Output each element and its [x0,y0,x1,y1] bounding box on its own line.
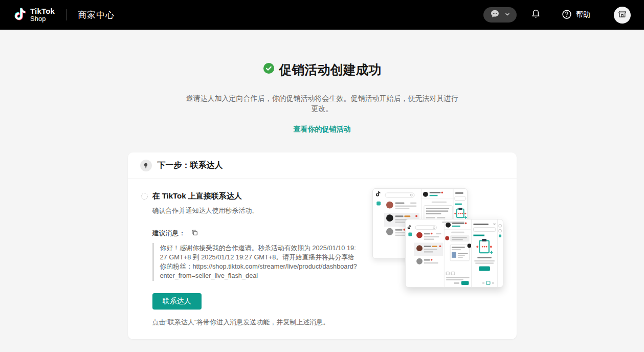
chat-preview-front-image [405,219,503,288]
dashed-circle-icon [141,193,148,200]
contact-step: 在 TikTok 上直接联系达人 确认合作并通知达人使用秒杀活动。 建议消息： [141,191,372,327]
chat-preview-images [372,188,504,291]
step-title: 在 TikTok 上直接联系达人 [152,191,358,201]
next-step-card-header: 下一步：联系达人 [128,152,517,179]
help-button[interactable]: 帮助 [561,9,590,21]
logo-wordmark: TikTok Shop [30,7,55,22]
success-title-text: 促销活动创建成功 [279,61,382,78]
view-promotions-link[interactable]: 查看你的促销活动 [294,125,351,134]
copy-icon [191,229,198,238]
storefront-icon [617,9,627,20]
nav-divider [66,9,66,20]
top-nav: TikTok Shop 商家中心 [0,0,644,30]
chat-bubble-icon [490,9,500,21]
tiktok-note-icon [13,7,27,23]
question-circle-icon [561,9,572,21]
suggested-message-label: 建议消息： [152,229,186,238]
success-description: 邀请达人加入定向合作后，你的促销活动将会生效。促销活动开始后，便无法对其进行更改… [184,93,460,114]
help-label: 帮助 [576,10,590,19]
store-switcher-button[interactable] [614,7,631,24]
copy-message-button[interactable] [191,229,198,238]
next-step-title: 下一步：联系达人 [158,160,223,171]
messages-button[interactable] [483,7,517,23]
page-title: 商家中心 [78,9,115,21]
contact-footnote: 点击“联系达人”将带你进入消息发送功能，并复制上述消息。 [152,318,358,327]
lightbulb-icon [140,160,152,171]
notifications-button[interactable] [530,8,542,21]
step-description: 确认合作并通知达人使用秒杀活动。 [152,206,358,215]
next-step-card: 下一步：联系达人 在 TikTok 上直接联系达人 确认合作并通知达人使用秒杀活… [128,152,517,339]
bell-icon [530,8,542,21]
chevron-down-icon [504,11,510,19]
success-section: 促销活动创建成功 邀请达人加入定向合作后，你的促销活动将会生效。促销活动开始后，… [0,61,644,134]
suggested-message-text: 你好！感谢你接受我的合作邀请。秒杀活动有效期为 2025/01/10 19:27… [152,243,358,281]
tiktok-shop-logo[interactable]: TikTok Shop [13,7,55,23]
check-circle-icon [263,62,275,77]
contact-creators-button[interactable]: 联系达人 [152,293,202,310]
success-heading: 促销活动创建成功 [0,61,644,78]
